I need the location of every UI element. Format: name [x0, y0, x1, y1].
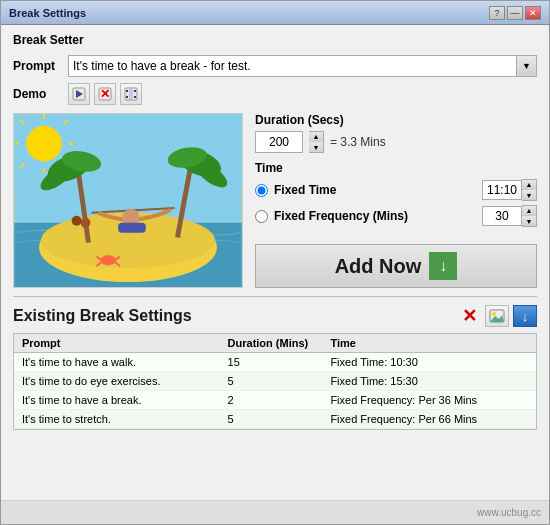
- fixed-time-spinner: ▲ ▼: [522, 179, 537, 201]
- minimize-button[interactable]: —: [507, 6, 523, 20]
- stop-icon: ✕: [98, 87, 112, 101]
- fixed-freq-down-btn[interactable]: ▼: [522, 216, 536, 226]
- existing-image-btn[interactable]: [485, 305, 509, 327]
- duration-mins: = 3.3 Mins: [330, 135, 386, 149]
- play-icon: [72, 87, 86, 101]
- section-divider: [13, 296, 537, 297]
- row-prompt: It's time to have a walk.: [18, 354, 224, 370]
- add-arrow-icon: ↓: [429, 252, 457, 280]
- duration-label: Duration (Secs): [255, 113, 344, 127]
- duration-section: Duration (Secs) ▲ ▼ = 3.3 Mins: [255, 113, 537, 153]
- demo-play-btn[interactable]: [68, 83, 90, 105]
- add-now-text: Add Now: [335, 255, 422, 278]
- row-time: Fixed Frequency: Per 66 Mins: [326, 411, 532, 427]
- table-header: Prompt Duration (Mins) Time: [14, 334, 536, 353]
- fixed-freq-radio[interactable]: [255, 210, 268, 223]
- existing-title: Existing Break Settings: [13, 307, 192, 325]
- prompt-input[interactable]: [68, 55, 517, 77]
- duration-row: ▲ ▼ = 3.3 Mins: [255, 131, 537, 153]
- demo-stop-btn[interactable]: ✕: [94, 83, 116, 105]
- existing-icons: ✕ ↓: [457, 305, 537, 327]
- prompt-dropdown-btn[interactable]: ▼: [517, 55, 537, 77]
- svg-rect-9: [129, 89, 133, 99]
- window: Break Settings ? — ✕ Break Setter Prompt…: [0, 0, 550, 525]
- col-time: Time: [326, 336, 532, 350]
- prompt-label: Prompt: [13, 59, 68, 73]
- island-scene: [14, 114, 242, 287]
- break-settings-table: Prompt Duration (Mins) Time It's time to…: [13, 333, 537, 430]
- close-button[interactable]: ✕: [525, 6, 541, 20]
- col-prompt: Prompt: [18, 336, 224, 350]
- row-prompt: It's time to do eye exercises.: [18, 373, 224, 389]
- duration-input[interactable]: [255, 131, 303, 153]
- time-section: Time Fixed Time ▲ ▼: [255, 161, 537, 227]
- row-duration: 5: [224, 411, 327, 427]
- fixed-freq-up-btn[interactable]: ▲: [522, 206, 536, 216]
- svg-point-34: [100, 255, 116, 265]
- prompt-row: Prompt ▼: [13, 55, 537, 77]
- fixed-time-row: Fixed Time ▲ ▼: [255, 179, 537, 201]
- demo-label: Demo: [13, 87, 68, 101]
- add-now-button[interactable]: Add Now ↓: [255, 244, 537, 288]
- table-row[interactable]: It's time to do eye exercises. 5 Fixed T…: [14, 372, 536, 391]
- svg-point-40: [72, 216, 82, 226]
- row-time: Fixed Frequency: Per 36 Mins: [326, 392, 532, 408]
- svg-rect-6: [134, 90, 136, 92]
- time-label: Time: [255, 161, 283, 175]
- window-title: Break Settings: [9, 7, 86, 19]
- title-bar: Break Settings ? — ✕: [1, 1, 549, 25]
- fixed-freq-spinner: ▲ ▼: [522, 205, 537, 227]
- demo-icons: ✕: [68, 83, 142, 105]
- svg-rect-33: [118, 223, 146, 233]
- right-panel: Duration (Secs) ▲ ▼ = 3.3 Mins Time: [255, 113, 537, 288]
- svg-text:✕: ✕: [100, 87, 110, 101]
- fixed-freq-label: Fixed Frequency (Mins): [274, 209, 408, 223]
- table-row[interactable]: It's time to stretch. 5 Fixed Frequency:…: [14, 410, 536, 429]
- row-duration: 2: [224, 392, 327, 408]
- demo-row: Demo ✕: [13, 83, 537, 105]
- fixed-time-label: Fixed Time: [274, 183, 336, 197]
- svg-point-42: [492, 312, 496, 316]
- existing-header: Existing Break Settings ✕ ↓: [13, 305, 537, 327]
- table-row[interactable]: It's time to have a walk. 15 Fixed Time:…: [14, 353, 536, 372]
- main-area: Duration (Secs) ▲ ▼ = 3.3 Mins Time: [13, 113, 537, 288]
- page-info: www.ucbug.cc: [477, 507, 541, 518]
- fixed-freq-row: Fixed Frequency (Mins) ▲ ▼: [255, 205, 537, 227]
- title-bar-buttons: ? — ✕: [489, 6, 541, 20]
- delete-icon[interactable]: ✕: [457, 305, 481, 327]
- svg-rect-7: [126, 96, 128, 98]
- bottom-bar: www.ucbug.cc: [1, 500, 549, 524]
- table-row[interactable]: It's time to have a break. 2 Fixed Frequ…: [14, 391, 536, 410]
- row-prompt: It's time to stretch.: [18, 411, 224, 427]
- duration-down-btn[interactable]: ▼: [309, 142, 323, 152]
- row-duration: 15: [224, 354, 327, 370]
- break-setter-title: Break Setter: [13, 33, 537, 47]
- row-prompt: It's time to have a break.: [18, 392, 224, 408]
- svg-rect-8: [134, 96, 136, 98]
- fixed-time-up-btn[interactable]: ▲: [522, 180, 536, 190]
- film-icon: [124, 87, 138, 101]
- svg-point-11: [26, 126, 62, 162]
- demo-film-btn[interactable]: [120, 83, 142, 105]
- table-body: It's time to have a walk. 15 Fixed Time:…: [14, 353, 536, 429]
- fixed-time-down-btn[interactable]: ▼: [522, 190, 536, 200]
- fixed-time-input[interactable]: [482, 180, 522, 200]
- fixed-freq-input[interactable]: [482, 206, 522, 226]
- existing-download-btn[interactable]: ↓: [513, 305, 537, 327]
- row-duration: 5: [224, 373, 327, 389]
- image-icon: [489, 309, 505, 323]
- preview-image: [13, 113, 243, 288]
- svg-rect-5: [126, 90, 128, 92]
- col-duration: Duration (Mins): [224, 336, 327, 350]
- main-content: Break Setter Prompt ▼ Demo ✕: [1, 25, 549, 500]
- row-time: Fixed Time: 10:30: [326, 354, 532, 370]
- row-time: Fixed Time: 15:30: [326, 373, 532, 389]
- duration-spinner: ▲ ▼: [309, 131, 324, 153]
- fixed-time-radio[interactable]: [255, 184, 268, 197]
- duration-up-btn[interactable]: ▲: [309, 132, 323, 142]
- svg-point-39: [81, 218, 91, 228]
- help-button[interactable]: ?: [489, 6, 505, 20]
